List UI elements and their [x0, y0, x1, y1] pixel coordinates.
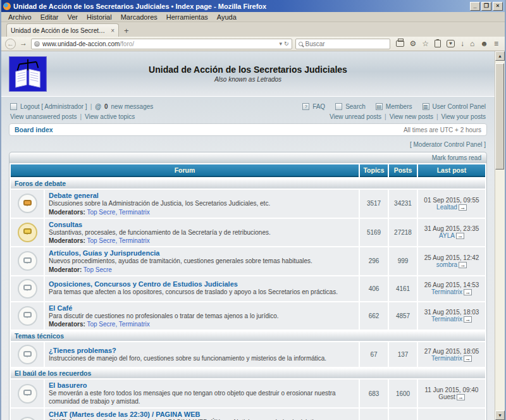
minimize-button[interactable]: _ [470, 2, 480, 11]
moderator-link[interactable]: Top Secre [87, 237, 115, 244]
category-row: El baúl de los recuerdos [11, 368, 485, 378]
site-header: Unidad de Acción de los Secretarios Judi… [1, 51, 495, 97]
search-box[interactable] [295, 39, 390, 49]
menu-ayuda[interactable]: Ayuda [213, 13, 241, 22]
board-index-link[interactable]: Board index [15, 126, 53, 133]
gear-icon[interactable]: ⚙ [410, 39, 417, 49]
forum-link[interactable]: Consultas [49, 221, 82, 228]
moderator-link[interactable]: Terminatrix [115, 321, 149, 328]
search-link[interactable]: Search [345, 103, 366, 110]
back-button[interactable]: ← [5, 39, 16, 49]
forum-icon [18, 417, 37, 420]
bookmark-dropdown-icon[interactable]: ▾ [279, 40, 282, 47]
moderator-link[interactable]: Terminatrix [115, 209, 149, 216]
view-your-link[interactable]: View your posts [441, 113, 486, 120]
ucp-link[interactable]: User Control Panel [433, 103, 486, 110]
last-post-date: 31 Aug 2015, 18:03 [419, 309, 484, 316]
last-post-user: Guest [438, 393, 455, 400]
faq-link[interactable]: FAQ [312, 103, 325, 110]
mark-forums-read-link[interactable]: Mark forums read [432, 154, 481, 161]
goto-last-post-icon[interactable]: → [464, 316, 472, 323]
scrollbar-thumb[interactable] [495, 63, 504, 170]
downloads-icon[interactable]: ↓ [460, 39, 464, 49]
firefox-icon [3, 3, 11, 10]
scroll-up-button[interactable]: ▲ [495, 51, 505, 61]
window-title: Unidad de Acción de los Secretarios Judi… [13, 3, 470, 10]
last-post-user[interactable]: Terminatrix [431, 288, 462, 295]
menu-archivo[interactable]: Archivo [4, 13, 36, 22]
goto-last-post-icon[interactable]: → [459, 262, 467, 268]
moderator-link[interactable]: Top Secre [87, 321, 115, 328]
messages-link[interactable]: new messages [111, 103, 154, 110]
url-bar[interactable]: www.unidad-de-accion.com /foro/ ▾ ↻ [31, 39, 292, 49]
view-active-link[interactable]: View active topics [85, 113, 135, 120]
goto-last-post-icon[interactable]: → [459, 204, 467, 211]
moderator-link[interactable]: Top Secre [83, 266, 112, 273]
category-row: Temas técnicos [11, 331, 485, 341]
logout-link[interactable]: Logout [ Administrador ] [20, 103, 87, 110]
site-title: Unidad de Acción de los Secretarios Judi… [1, 65, 495, 75]
last-post-date: 27 Aug 2015, 18:05 [419, 348, 484, 355]
posts-count: 3 [389, 409, 417, 420]
account-icon[interactable]: ☻ [480, 39, 488, 49]
view-unread-link[interactable]: View unread posts [330, 113, 381, 120]
forum-row: Oposiciones, Concursos y Centro de Estud… [11, 276, 485, 301]
reload-icon[interactable]: ↻ [284, 40, 289, 47]
menu-ver[interactable]: Ver [63, 13, 82, 22]
last-post-user[interactable]: sombra [436, 261, 457, 268]
separator: | [80, 113, 82, 120]
view-new-link[interactable]: View new posts [390, 113, 433, 120]
menu-editar[interactable]: Editar [36, 13, 63, 22]
goto-last-post-icon[interactable]: → [457, 394, 465, 400]
last-post-user[interactable]: Lealtad [436, 204, 457, 211]
forum-link[interactable]: ¿Tienes problemas? [49, 347, 116, 354]
menu-historial[interactable]: Historial [82, 13, 116, 22]
search-link-icon [335, 103, 342, 110]
last-post-user[interactable]: AYLA [439, 232, 455, 239]
search-input[interactable] [305, 40, 375, 47]
tab-close-icon[interactable]: × [111, 27, 114, 34]
site-identity-icon[interactable] [34, 41, 40, 47]
forum-row: CHAT (Martes desde las 22:30) / PAGINA W… [11, 409, 485, 420]
view-unanswered-link[interactable]: View unanswered posts [10, 113, 77, 120]
menu-herramientas[interactable]: Herramientas [162, 13, 213, 22]
moderator-link[interactable]: Terminatrix [115, 237, 149, 244]
menu-marcadores[interactable]: Marcadores [116, 13, 162, 22]
menu-icon[interactable]: ≡ [494, 39, 498, 49]
goto-last-post-icon[interactable]: → [464, 355, 472, 362]
moderator-cp-link[interactable]: [ Moderator Control Panel ] [410, 141, 486, 148]
close-button[interactable]: × [493, 2, 503, 11]
scrollbar[interactable]: ▲ ▼ [495, 51, 505, 420]
home-icon[interactable]: ⌂ [470, 39, 474, 49]
new-tab-button[interactable]: + [119, 26, 134, 37]
forum-moderators: Moderators: Top SecreTerminatrix [49, 209, 355, 216]
goto-last-post-icon[interactable]: → [456, 233, 464, 239]
goto-last-post-icon[interactable]: → [464, 289, 472, 295]
pocket-icon[interactable]: ♥ [447, 40, 455, 47]
print-icon[interactable] [396, 40, 404, 47]
browser-tab[interactable]: Unidad de Acción de los Secretario... × [6, 23, 119, 37]
forum-icon [18, 384, 37, 404]
forum-description: Para discutir de cuestiones no profesion… [49, 312, 355, 321]
speech-bubble-icon [23, 351, 32, 357]
bookmark-star-icon[interactable]: ☆ [422, 39, 429, 49]
forum-link[interactable]: CHAT (Martes desde las 22:30) / PAGINA W… [49, 411, 200, 418]
last-post-user[interactable]: Terminatrix [431, 355, 462, 362]
topics-count: 683 [360, 380, 388, 407]
bookmarks-panel-icon[interactable] [435, 40, 441, 47]
forum-link[interactable]: Oposiciones, Concursos y Centro de Estud… [49, 280, 238, 288]
scrollbar-track[interactable] [495, 61, 505, 411]
last-post-user[interactable]: Terminatrix [431, 316, 462, 323]
forum-link[interactable]: Artículos, Guías y Jurisprudencia [49, 249, 159, 257]
forum-link[interactable]: El Café [49, 304, 72, 312]
forward-button[interactable]: → [19, 39, 28, 49]
logout-icon [10, 103, 17, 110]
forum-link[interactable]: El basurero [49, 381, 87, 389]
forum-link[interactable]: Debate general [49, 192, 99, 199]
restore-button[interactable]: ❐ [481, 2, 491, 11]
members-icon: ▤ [376, 103, 383, 110]
members-link[interactable]: Members [386, 103, 412, 110]
moderator-link[interactable]: Top Secre [87, 209, 115, 216]
forum-moderators: Moderators: Top SecreTerminatrix [49, 321, 355, 328]
scroll-down-button[interactable]: ▼ [495, 411, 505, 420]
